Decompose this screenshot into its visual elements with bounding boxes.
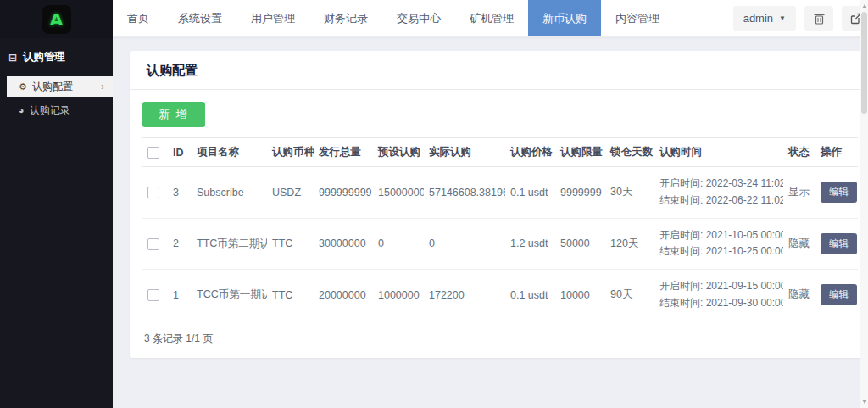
tab-trade-center[interactable]: 交易中心 — [382, 0, 455, 36]
scrollbar-thumb[interactable] — [861, 12, 867, 114]
cell-time: 开启时间: 2021-09-15 00:00:00 结束时间: 2021-09-… — [654, 270, 783, 321]
tab-miner-management[interactable]: 矿机管理 — [455, 0, 528, 36]
sidebar-item-label: 认购记录 — [30, 103, 70, 118]
tab-new-coin-subscription[interactable]: 新币认购 — [528, 0, 601, 36]
table-row: 2 TTC币第二期认购 TTC 30000000 0 0 1.2 usdt 50… — [142, 218, 858, 270]
cell-id: 2 — [168, 218, 192, 270]
cell-preset: 1000000 — [373, 270, 424, 321]
main-column: 首页 系统设置 用户管理 财务记录 交易中心 矿机管理 新币认购 内容管理 ad… — [113, 0, 868, 408]
nav-tabs: 首页 系统设置 用户管理 财务记录 交易中心 矿机管理 新币认购 内容管理 — [113, 0, 674, 36]
record-count: 3 条记录 1/1 页 — [142, 321, 858, 346]
logo-triangle-icon: A — [50, 11, 63, 28]
cell-total: 30000000 — [314, 218, 373, 270]
cell-limit: 50000 — [555, 218, 605, 270]
logo-bar: A — [0, 0, 113, 38]
tab-content-management[interactable]: 内容管理 — [601, 0, 674, 36]
cell-price: 0.1 usdt — [505, 270, 555, 321]
cell-limit: 9999999 — [555, 167, 605, 219]
records-icon: ◕ — [19, 105, 25, 115]
edit-button[interactable]: 编辑 — [821, 284, 857, 305]
page-title: 认购配置 — [130, 51, 868, 89]
trash-icon — [814, 13, 825, 25]
time-start: 开启时间: 2022-03-24 11:02:32 — [659, 176, 778, 193]
top-navbar: 首页 系统设置 用户管理 财务记录 交易中心 矿机管理 新币认购 内容管理 ad… — [113, 0, 868, 37]
cell-lock-days: 90天 — [605, 270, 654, 321]
table-row: 3 Subscribe USDZ 999999999 15000000 5714… — [142, 167, 858, 219]
collapse-icon: ⊟ — [8, 52, 17, 64]
scroll-up-icon[interactable] — [862, 4, 867, 8]
admin-dropdown[interactable]: admin ▼ — [733, 6, 796, 31]
sidebar-item-subscription-records[interactable]: ◕ 认购记录 — [0, 100, 113, 120]
tab-user-management[interactable]: 用户管理 — [236, 0, 309, 36]
col-header-name: 项目名称 — [192, 138, 267, 167]
cell-price: 1.2 usdt — [505, 218, 555, 270]
cell-coin: TTC — [267, 270, 314, 321]
time-start: 开启时间: 2021-10-05 00:00:00 — [659, 227, 778, 244]
cell-actual: 172200 — [424, 270, 505, 321]
time-start: 开启时间: 2021-09-15 00:00:00 — [659, 278, 778, 295]
row-checkbox[interactable] — [147, 238, 159, 250]
cell-lock-days: 30天 — [605, 167, 654, 219]
time-end: 结束时间: 2021-10-25 00:00:00 — [659, 243, 778, 260]
col-header-actual: 实际认购 — [424, 138, 505, 167]
vertical-scrollbar[interactable] — [860, 0, 868, 408]
app-window: A ⊟ 认购管理 ⚙ 认购配置 › ◕ 认购记录 首页 系统设置 用户管理 财务… — [0, 0, 868, 408]
cell-name: Subscribe — [192, 167, 267, 219]
col-header-preset: 预设认购 — [373, 138, 424, 167]
row-checkbox[interactable] — [147, 187, 159, 198]
cell-id: 1 — [168, 270, 192, 321]
tab-system-settings[interactable]: 系统设置 — [164, 0, 236, 36]
cell-limit: 10000 — [555, 270, 605, 321]
col-header-action: 操作 — [815, 138, 858, 167]
sidebar-item-subscription-config[interactable]: ⚙ 认购配置 › — [7, 76, 113, 97]
col-header-id: ID — [168, 138, 192, 167]
cell-total: 999999999 — [314, 167, 373, 219]
admin-username: admin — [743, 12, 773, 25]
time-end: 结束时间: 2021-09-30 00:00:00 — [659, 295, 778, 312]
cell-total: 20000000 — [314, 270, 373, 321]
cell-preset: 0 — [373, 218, 424, 270]
app-logo[interactable]: A — [42, 5, 71, 34]
cell-price: 0.1 usdt — [505, 167, 555, 219]
edit-button[interactable]: 编辑 — [821, 233, 857, 254]
cell-time: 开启时间: 2021-10-05 00:00:00 结束时间: 2021-10-… — [654, 218, 783, 270]
cell-time: 开启时间: 2022-03-24 11:02:32 结束时间: 2022-06-… — [654, 167, 783, 219]
col-header-status: 状态 — [783, 138, 815, 167]
col-header-lock-days: 锁仓天数 — [605, 138, 654, 167]
add-button[interactable]: 新 增 — [142, 102, 205, 127]
col-header-time: 认购时间 — [654, 138, 783, 167]
time-end: 结束时间: 2022-06-22 11:02:32 — [659, 193, 778, 210]
trash-button[interactable] — [804, 6, 833, 31]
cell-status: 隐藏 — [783, 218, 815, 270]
edit-button[interactable]: 编辑 — [821, 182, 857, 203]
gear-icon: ⚙ — [19, 81, 27, 92]
cell-name: TCC币第一期认购 — [192, 270, 267, 321]
col-header-total: 发行总量 — [314, 138, 373, 167]
col-header-coin: 认购币种 — [267, 138, 314, 167]
cell-preset: 15000000 — [373, 167, 424, 219]
chevron-right-icon: › — [101, 81, 104, 92]
subscription-table: ID 项目名称 认购币种 发行总量 预设认购 实际认购 认购价格 认购限量 锁仓… — [142, 137, 858, 321]
table-row: 1 TCC币第一期认购 TTC 20000000 1000000 172200 … — [142, 270, 858, 321]
sidebar-group-label: 认购管理 — [23, 50, 65, 64]
tab-home[interactable]: 首页 — [113, 0, 164, 36]
navbar-right-controls: admin ▼ — [733, 0, 868, 36]
tab-finance-records[interactable]: 财务记录 — [309, 0, 382, 36]
cell-coin: TTC — [267, 218, 314, 270]
row-checkbox[interactable] — [147, 289, 159, 301]
col-header-price: 认购价格 — [505, 138, 555, 167]
scroll-down-icon[interactable] — [862, 400, 867, 404]
sidebar-group-subscription[interactable]: ⊟ 认购管理 — [0, 38, 113, 73]
cell-name: TTC币第二期认购 — [192, 218, 267, 270]
cell-coin: USDZ — [267, 167, 314, 219]
select-all-checkbox[interactable] — [147, 147, 159, 159]
cell-actual: 0 — [424, 218, 505, 270]
subscription-config-card: 认购配置 新 增 ID — [130, 51, 868, 358]
cell-lock-days: 120天 — [605, 218, 654, 270]
cell-id: 3 — [168, 167, 192, 219]
cell-status: 隐藏 — [783, 270, 815, 321]
main-content: 认购配置 新 增 ID — [113, 37, 868, 408]
cell-status: 显示 — [783, 167, 815, 219]
col-header-limit: 认购限量 — [555, 138, 605, 167]
table-header-row: ID 项目名称 认购币种 发行总量 预设认购 实际认购 认购价格 认购限量 锁仓… — [142, 138, 858, 167]
